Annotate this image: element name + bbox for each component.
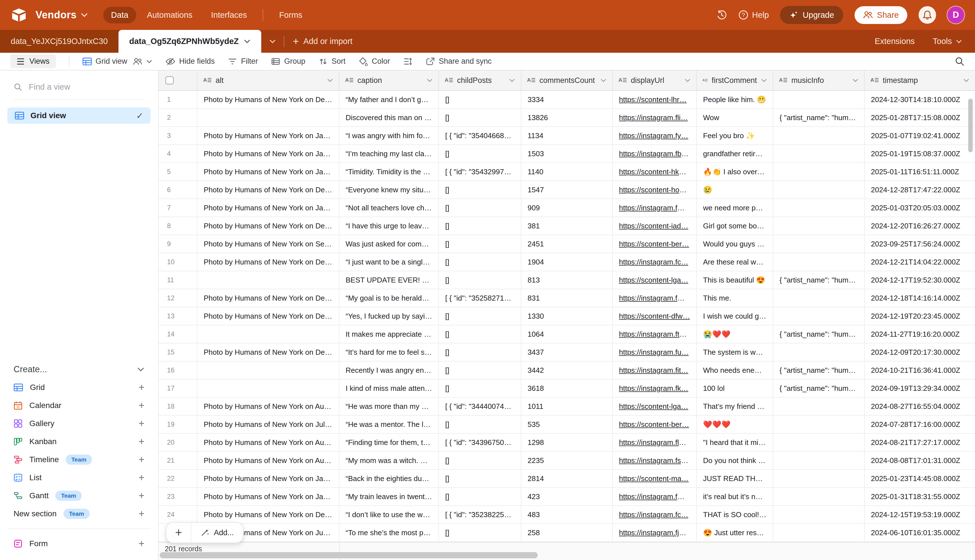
create-timeline-item[interactable]: Timeline Team + bbox=[7, 451, 151, 468]
cell-alt[interactable] bbox=[197, 362, 339, 379]
cell-caption[interactable]: “To me she’s the most pr… bbox=[339, 524, 439, 542]
cell-timestamp[interactable]: 2024-12-19T20:23:45.000Z bbox=[865, 307, 975, 325]
row-number[interactable]: 4 bbox=[159, 145, 197, 162]
create-grid-item[interactable]: Grid + bbox=[7, 378, 151, 397]
hide-fields-button[interactable]: Hide fields bbox=[165, 57, 215, 66]
chevron-down-icon[interactable] bbox=[963, 78, 969, 82]
cell-childPosts[interactable]: [] bbox=[439, 235, 521, 253]
cell-timestamp[interactable]: 2025-01-19T15:08:37.000Z bbox=[865, 145, 975, 162]
cell-alt[interactable]: Photo by Humans of New York on De… bbox=[197, 91, 339, 108]
cell-firstComment[interactable]: Do you not think p… bbox=[697, 452, 773, 469]
grid-view-menu[interactable]: Grid view bbox=[82, 57, 153, 66]
cell-musicInfo[interactable] bbox=[773, 289, 865, 307]
cell-timestamp[interactable]: 2024-12-18T14:16:14.000Z bbox=[865, 289, 975, 307]
cell-commentsCount[interactable]: 2814 bbox=[521, 470, 613, 487]
cell-firstComment[interactable]: Who needs enemi… bbox=[697, 362, 773, 379]
horizontal-scrollbar[interactable] bbox=[160, 552, 538, 558]
cell-displayUrl[interactable]: https://scontent-hkg… bbox=[613, 163, 697, 180]
create-gantt-item[interactable]: Gantt Team + bbox=[7, 487, 151, 505]
cell-timestamp[interactable]: 2024-06-10T16:01:35.000Z bbox=[865, 524, 975, 542]
cell-commentsCount[interactable]: 2235 bbox=[521, 452, 613, 469]
cell-firstComment[interactable]: it’s real but it’s not… bbox=[697, 488, 773, 505]
cell-alt[interactable]: Photo by Humans of New York on De… bbox=[197, 253, 339, 271]
cell-displayUrl[interactable]: https://instagram.fit… bbox=[613, 362, 697, 379]
cell-commentsCount[interactable]: 423 bbox=[521, 488, 613, 505]
create-form-item[interactable]: Form + bbox=[7, 535, 151, 553]
cell-alt[interactable]: Photo by Humans of New York on De… bbox=[197, 307, 339, 325]
cell-firstComment[interactable]: Feel you bro ✨ bbox=[697, 127, 773, 144]
cell-commentsCount[interactable]: 1134 bbox=[521, 127, 613, 144]
cell-childPosts[interactable]: [] bbox=[439, 325, 521, 343]
cell-displayUrl[interactable]: https://scontent-hou… bbox=[613, 181, 697, 198]
cell-childPosts[interactable]: [ { "id": "352582717… bbox=[439, 289, 521, 307]
views-button[interactable]: Views bbox=[10, 54, 56, 68]
cell-timestamp[interactable]: 2025-01-23T14:45:08.000Z bbox=[865, 470, 975, 487]
row-number[interactable]: 19 bbox=[159, 416, 197, 433]
create-kanban-item[interactable]: Kanban + bbox=[7, 433, 151, 451]
cell-timestamp[interactable]: 2024-12-30T14:18:10.000Z bbox=[865, 91, 975, 108]
cell-caption[interactable]: “I have this urge to leave … bbox=[339, 217, 439, 235]
cell-displayUrl[interactable]: https://scontent-ma… bbox=[613, 470, 697, 487]
cell-childPosts[interactable]: [ { "id": "35432997… bbox=[439, 163, 521, 180]
cell-timestamp[interactable]: 2025-01-11T16:51:11.000Z bbox=[865, 163, 975, 180]
cell-firstComment[interactable]: 🔥👏 I also overca… bbox=[697, 163, 773, 180]
cell-commentsCount[interactable]: 1330 bbox=[521, 307, 613, 325]
cell-childPosts[interactable]: [] bbox=[439, 452, 521, 469]
cell-displayUrl[interactable]: https://instagram.fm… bbox=[613, 199, 697, 217]
cell-timestamp[interactable]: 2024-12-28T17:47:22.000Z bbox=[865, 181, 975, 198]
cell-timestamp[interactable]: 2025-01-03T20:05:03.000Z bbox=[865, 199, 975, 217]
cell-alt[interactable]: Photo by Humans of New York on Jan… bbox=[197, 145, 339, 162]
cell-displayUrl[interactable]: https://instagram.fm… bbox=[613, 289, 697, 307]
cell-caption[interactable]: Recently I was angry eno… bbox=[339, 362, 439, 379]
cell-displayUrl[interactable]: https://instagram.fjp… bbox=[613, 524, 697, 542]
cell-displayUrl[interactable]: https://scontent-lhr… bbox=[613, 91, 697, 108]
cell-commentsCount[interactable]: 1503 bbox=[521, 145, 613, 162]
cell-timestamp[interactable]: 2024-07-28T17:16:00.000Z bbox=[865, 416, 975, 433]
cell-alt[interactable]: Photo by Humans of New York on De… bbox=[197, 343, 339, 361]
notifications-button[interactable] bbox=[918, 6, 936, 24]
cell-displayUrl[interactable]: https://scontent-ber… bbox=[613, 235, 697, 253]
row-number[interactable]: 15 bbox=[159, 343, 197, 361]
cell-childPosts[interactable]: [ { "id": "35404668… bbox=[439, 127, 521, 144]
cell-commentsCount[interactable]: 909 bbox=[521, 199, 613, 217]
cell-musicInfo[interactable] bbox=[773, 343, 865, 361]
plus-icon[interactable]: + bbox=[139, 490, 144, 502]
cell-musicInfo[interactable] bbox=[773, 488, 865, 505]
history-icon[interactable] bbox=[716, 10, 727, 20]
plus-icon[interactable]: + bbox=[139, 400, 144, 412]
cell-firstComment[interactable]: That’s my friend B… bbox=[697, 398, 773, 415]
cell-timestamp[interactable]: 2025-01-28T17:15:08.000Z bbox=[865, 109, 975, 126]
chevron-down-icon[interactable] bbox=[685, 78, 691, 82]
cell-firstComment[interactable]: People like him. 😬 bbox=[697, 91, 773, 108]
select-all-checkbox[interactable] bbox=[165, 76, 174, 85]
cell-timestamp[interactable]: 2024-08-08T17:01:31.000Z bbox=[865, 452, 975, 469]
cell-timestamp[interactable]: 2024-12-15T19:53:19.000Z bbox=[865, 506, 975, 523]
cell-musicInfo[interactable]: { "artist_name": "huma… bbox=[773, 325, 865, 343]
chevron-down-icon[interactable] bbox=[81, 13, 88, 17]
row-number[interactable]: 6 bbox=[159, 181, 197, 198]
row-number[interactable]: 2 bbox=[159, 109, 197, 126]
cell-musicInfo[interactable] bbox=[773, 199, 865, 217]
column-header-musicInfo[interactable]: A musicInfo bbox=[773, 70, 865, 90]
column-header-timestamp[interactable]: A timestamp bbox=[865, 70, 975, 90]
cell-displayUrl[interactable]: https://instagram.fc… bbox=[613, 506, 697, 523]
cell-firstComment[interactable]: ❤️❤️❤️ bbox=[697, 416, 773, 433]
cell-alt[interactable]: Photo by Humans of New York on De… bbox=[197, 506, 339, 523]
cell-childPosts[interactable]: [ { "id": "35238225… bbox=[439, 506, 521, 523]
cell-childPosts[interactable]: [] bbox=[439, 91, 521, 108]
cell-commentsCount[interactable]: 3334 bbox=[521, 91, 613, 108]
row-number[interactable]: 14 bbox=[159, 325, 197, 343]
cell-firstComment[interactable]: "I heard that it mig… bbox=[697, 434, 773, 451]
tab-forms[interactable]: Forms bbox=[271, 7, 310, 23]
cell-commentsCount[interactable]: 3437 bbox=[521, 343, 613, 361]
cell-alt[interactable]: Photo by Humans of New York on Au… bbox=[197, 398, 339, 415]
tab-data[interactable]: Data bbox=[103, 7, 136, 23]
cell-firstComment[interactable]: 😢 bbox=[697, 181, 773, 198]
plus-icon[interactable]: + bbox=[139, 508, 144, 520]
cell-childPosts[interactable]: [] bbox=[439, 181, 521, 198]
row-number[interactable]: 3 bbox=[159, 127, 197, 144]
cell-alt[interactable]: Photo by Humans of New York on De… bbox=[197, 181, 339, 198]
cell-commentsCount[interactable]: 831 bbox=[521, 289, 613, 307]
cell-musicInfo[interactable] bbox=[773, 307, 865, 325]
cell-childPosts[interactable]: [] bbox=[439, 271, 521, 289]
